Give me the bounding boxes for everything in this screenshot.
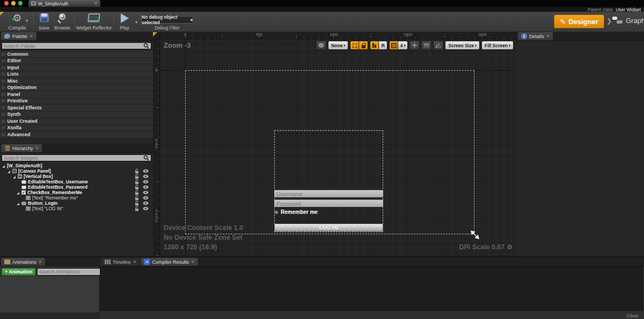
lock-icon[interactable] [135, 190, 140, 195]
hierarchy-item-checkbox-rememberme[interactable]: ◢ ✓ CheckBox_RememberMe [0, 190, 153, 195]
fill-screen-dropdown[interactable]: Fill Screen▾ [481, 41, 514, 50]
graph-mode-button[interactable]: Graph [612, 16, 644, 25]
window-close-icon[interactable] [4, 1, 9, 5]
palette-category-panel[interactable]: ▷Panel [0, 91, 153, 98]
expander-icon[interactable]: ▷ [2, 72, 5, 76]
palette-category-lists[interactable]: ▷Lists [0, 71, 153, 78]
tab-palette[interactable]: Palette ✕ [1, 32, 36, 40]
compile-options-caret-icon[interactable]: ▾ [26, 18, 28, 23]
palette-category-synth[interactable]: ▷Synth [0, 112, 153, 118]
expander-icon[interactable]: ▷ [2, 132, 5, 137]
username-textbox-preview[interactable]: Username [274, 190, 383, 197]
dpi-settings-gear-icon[interactable]: ⚙ [507, 243, 513, 251]
visibility-eye-icon[interactable] [143, 190, 149, 195]
visibility-eye-icon[interactable] [143, 196, 149, 200]
reset-button[interactable]: R [379, 41, 387, 50]
visibility-eye-icon[interactable] [143, 201, 149, 205]
expander-icon[interactable]: ◢ [2, 164, 5, 168]
lock-icon[interactable] [135, 180, 140, 184]
clear-button[interactable]: Clear [626, 313, 639, 318]
respect-locks-button[interactable] [370, 41, 379, 50]
expander-icon[interactable]: ◢ [16, 202, 20, 205]
expander-icon[interactable]: ◢ [16, 191, 20, 195]
expander-icon[interactable]: ▷ [2, 65, 5, 70]
asset-tab[interactable]: W_SimpleAuth ✕ [28, 0, 100, 7]
play-options-caret-icon[interactable]: ▾ [135, 20, 137, 25]
expander-icon[interactable]: ▷ [2, 112, 5, 116]
add-animation-button[interactable]: + Animation [2, 268, 35, 276]
compiler-tab-close-icon[interactable]: ✕ [191, 259, 195, 264]
tab-details[interactable]: i Details ✕ [518, 32, 553, 40]
expander-icon[interactable]: ▷ [2, 125, 5, 130]
expander-icon[interactable]: ▷ [2, 52, 5, 56]
expander-icon[interactable]: ▷ [2, 119, 5, 123]
palette-tab-close-icon[interactable]: ✕ [30, 34, 33, 39]
expander-icon[interactable]: ▷ [2, 106, 5, 110]
hierarchy-item-canvas-panel[interactable]: ◢ [Canvas Panel] [0, 168, 153, 174]
tab-animations[interactable]: Animations ✕ [1, 258, 45, 266]
hierarchy-tab-close-icon[interactable]: ✕ [35, 146, 39, 151]
grid-snap-size-dropdown[interactable]: 4▾ [398, 41, 408, 50]
animations-search-input[interactable] [39, 269, 102, 275]
compiler-output-area[interactable] [100, 266, 643, 311]
play-button[interactable]: Play [116, 13, 133, 31]
visibility-eye-icon[interactable] [143, 185, 149, 189]
expander-icon[interactable]: ◢ [12, 175, 16, 179]
lock-icon[interactable] [135, 201, 140, 206]
designer-mode-button[interactable]: ✎ Designer [554, 14, 604, 28]
lock-icon[interactable] [135, 174, 140, 179]
grid-snap-toggle-button[interactable] [389, 41, 398, 50]
hierarchy-search[interactable] [2, 154, 151, 161]
vertical-box-outline[interactable] [274, 130, 383, 232]
palette-search-input[interactable] [4, 43, 143, 49]
palette-category-input[interactable]: ▷Input [0, 64, 153, 71]
flip-preview-button[interactable] [433, 41, 443, 50]
expander-icon[interactable]: ▷ [2, 58, 5, 63]
palette-category-primitive[interactable]: ▷Primitive [0, 98, 153, 105]
password-textbox-preview[interactable]: Password [274, 199, 383, 207]
expander-icon[interactable]: ▷ [2, 85, 5, 90]
expander-icon[interactable]: ▷ [2, 79, 5, 83]
hierarchy-item-text-remember-me[interactable]: T [Text] "Remember me" [0, 195, 153, 201]
save-button[interactable]: Save [36, 13, 52, 31]
tab-timeline[interactable]: Timeline ✕ [101, 258, 140, 266]
resize-handle-icon[interactable] [471, 231, 479, 239]
parent-class-link[interactable]: User Widget [616, 7, 641, 12]
remember-me-checkbox-preview[interactable]: Remember me [275, 209, 318, 215]
hierarchy-item-text-log-in[interactable]: T [Text] "LOG IN" [0, 206, 153, 211]
palette-category-optimization[interactable]: ▷Optimization [0, 85, 153, 92]
lock-widgets-button[interactable] [359, 41, 368, 50]
lock-icon[interactable] [135, 196, 140, 201]
palette-search[interactable] [2, 42, 151, 49]
dpi-scale-control[interactable]: DPI Scale 0.67 ⚙ [459, 243, 513, 251]
window-minimize-icon[interactable] [11, 1, 16, 5]
transform-mode-button[interactable] [409, 41, 420, 50]
tab-compiler-results[interactable]: » Compiler Results ✕ [141, 258, 197, 266]
palette-category-misc[interactable]: ▷Misc [0, 78, 153, 85]
lock-icon[interactable] [135, 206, 140, 211]
expander-icon[interactable]: ◢ [7, 169, 11, 173]
visibility-eye-icon[interactable] [143, 180, 149, 184]
tab-hierarchy[interactable]: Hierarchy ✕ [1, 144, 42, 152]
palette-category-common[interactable]: ▷Common [0, 51, 153, 58]
window-zoom-icon[interactable] [18, 1, 23, 5]
details-tab-close-icon[interactable]: ✕ [546, 34, 550, 39]
hierarchy-item-editabletextbox-username[interactable]: EditableTextBox_Username [0, 179, 153, 184]
palette-category-editor[interactable]: ▷Editor [0, 58, 153, 65]
widget-reflector-button[interactable]: Widget Reflector [76, 13, 112, 31]
hierarchy-search-input[interactable] [4, 155, 143, 161]
localization-language-dropdown[interactable]: None▾ [328, 41, 348, 50]
animations-tab-close-icon[interactable]: ✕ [39, 259, 42, 264]
palette-category-user-created[interactable]: ▷User Created [0, 118, 153, 125]
lock-icon[interactable] [135, 185, 140, 190]
screen-size-dropdown[interactable]: Screen Size▾ [445, 41, 480, 50]
visibility-eye-icon[interactable] [143, 169, 149, 173]
animations-search[interactable] [37, 268, 110, 276]
expander-icon[interactable]: ▷ [2, 99, 5, 103]
debug-object-dropdown[interactable]: No debug object selected ▾ [141, 16, 193, 24]
browse-button[interactable]: Browse [53, 13, 72, 31]
hierarchy-item-root[interactable]: ◢ [W_SimpleAuth] [0, 163, 153, 168]
hierarchy-item-vertical-box[interactable]: ◢ [Vertical Box] [0, 174, 153, 179]
expander-icon[interactable]: ▷ [2, 92, 5, 97]
preview-background-button[interactable] [421, 41, 431, 50]
